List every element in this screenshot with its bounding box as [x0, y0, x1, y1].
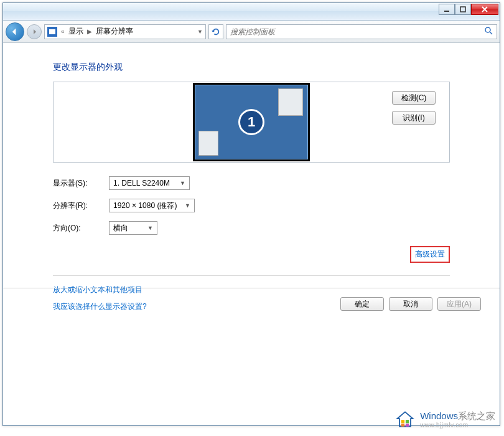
forward-button[interactable]	[27, 24, 42, 39]
apply-button[interactable]: 应用(A)	[437, 297, 481, 311]
watermark-brand-rest: 系统之家	[458, 410, 495, 421]
resolution-row: 分辨率(R): 1920 × 1080 (推荐) ▼	[53, 199, 450, 212]
breadcrumb-arrow-icon: ▶	[87, 28, 92, 35]
display-dropdown[interactable]: 1. DELL S2240M ▼	[109, 176, 190, 190]
page-title: 更改显示器的外观	[53, 62, 450, 73]
display-value: 1. DELL S2240M	[113, 179, 170, 187]
maximize-icon	[460, 6, 466, 12]
watermark: Windows系统之家 www.bjjmlv.com	[394, 409, 495, 431]
svg-rect-6	[401, 424, 404, 427]
back-button[interactable]	[6, 22, 24, 41]
monitor-preview-box: 1 检测(C) 识别(I)	[53, 82, 450, 163]
svg-rect-5	[406, 420, 409, 423]
chevron-down-icon: ▼	[180, 180, 185, 186]
control-panel-window: « 显示 ▶ 屏幕分辨率 ▼ 更改显示器的外观 1 检测(C) 识别	[2, 2, 500, 426]
resolution-label: 分辨率(R):	[53, 201, 109, 211]
advanced-settings-link[interactable]: 高级设置	[410, 246, 450, 263]
refresh-icon	[212, 27, 220, 36]
action-bar: 确定 取消 应用(A)	[3, 288, 500, 320]
svg-rect-4	[401, 420, 404, 423]
house-icon	[394, 409, 416, 431]
navbar: « 显示 ▶ 屏幕分辨率 ▼	[3, 21, 500, 43]
minimize-button[interactable]	[439, 4, 455, 15]
mini-window-icon	[278, 88, 303, 116]
orientation-row: 方向(O): 横向 ▼	[53, 221, 450, 235]
back-arrow-icon	[11, 27, 19, 36]
ok-button[interactable]: 确定	[340, 297, 384, 311]
svg-rect-7	[406, 424, 409, 427]
maximize-button[interactable]	[455, 4, 471, 15]
svg-rect-1	[460, 7, 465, 12]
monitor-action-buttons: 检测(C) 识别(I)	[392, 91, 436, 125]
search-box[interactable]	[226, 24, 497, 39]
cancel-button[interactable]: 取消	[389, 297, 432, 311]
resolution-dropdown[interactable]: 1920 × 1080 (推荐) ▼	[109, 199, 195, 212]
window-controls	[439, 4, 498, 15]
close-button[interactable]	[471, 4, 498, 15]
titlebar	[3, 3, 500, 21]
svg-rect-0	[444, 11, 449, 12]
monitor-1[interactable]: 1	[193, 83, 310, 161]
monitor-number-badge: 1	[238, 109, 264, 135]
watermark-brand-colored: Windows	[420, 410, 458, 421]
breadcrumb-item-display[interactable]: 显示	[68, 26, 83, 37]
refresh-button[interactable]	[208, 24, 223, 39]
orientation-value: 横向	[113, 223, 128, 234]
watermark-url: www.bjjmlv.com	[420, 422, 495, 429]
search-icon[interactable]	[484, 26, 493, 37]
breadcrumb-item-resolution[interactable]: 屏幕分辨率	[96, 26, 133, 37]
forward-arrow-icon	[31, 29, 37, 35]
identify-button[interactable]: 识别(I)	[392, 111, 436, 125]
orientation-label: 方向(O):	[53, 223, 109, 234]
chevron-down-icon: ▼	[185, 202, 190, 209]
display-icon	[47, 27, 57, 37]
mini-window-icon	[198, 131, 218, 156]
detect-button[interactable]: 检测(C)	[392, 91, 436, 105]
chevron-down-icon: ▼	[147, 225, 153, 231]
advanced-row: 高级设置	[53, 246, 450, 276]
svg-point-2	[485, 27, 490, 32]
address-bar[interactable]: « 显示 ▶ 屏幕分辨率 ▼	[44, 24, 206, 39]
resolution-value: 1920 × 1080 (推荐)	[113, 201, 177, 211]
display-row: 显示器(S): 1. DELL S2240M ▼	[53, 176, 450, 190]
svg-line-3	[490, 32, 492, 34]
search-input[interactable]	[230, 27, 484, 36]
close-icon	[482, 6, 488, 12]
orientation-dropdown[interactable]: 横向 ▼	[109, 221, 157, 235]
watermark-text: Windows系统之家 www.bjjmlv.com	[420, 411, 495, 429]
address-dropdown-icon[interactable]: ▼	[197, 29, 203, 35]
settings-form: 显示器(S): 1. DELL S2240M ▼ 分辨率(R): 1920 × …	[53, 176, 450, 235]
breadcrumb-left: «	[61, 28, 65, 35]
minimize-icon	[444, 6, 450, 12]
display-label: 显示器(S):	[53, 178, 109, 189]
